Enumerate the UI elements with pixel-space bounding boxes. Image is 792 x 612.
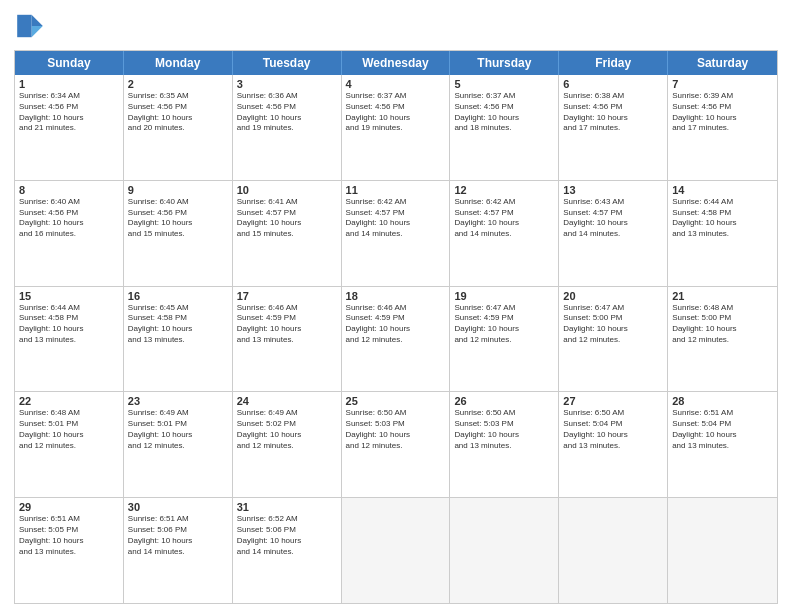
calendar-row-1: 8Sunrise: 6:40 AM Sunset: 4:56 PM Daylig… — [15, 180, 777, 286]
cell-content: Sunrise: 6:45 AM Sunset: 4:58 PM Dayligh… — [128, 303, 228, 346]
calendar-cell: 4Sunrise: 6:37 AM Sunset: 4:56 PM Daylig… — [342, 75, 451, 180]
calendar-cell: 11Sunrise: 6:42 AM Sunset: 4:57 PM Dayli… — [342, 181, 451, 286]
svg-rect-2 — [17, 15, 31, 37]
day-number: 14 — [672, 184, 773, 196]
calendar-cell: 28Sunrise: 6:51 AM Sunset: 5:04 PM Dayli… — [668, 392, 777, 497]
calendar-cell: 1Sunrise: 6:34 AM Sunset: 4:56 PM Daylig… — [15, 75, 124, 180]
cell-content: Sunrise: 6:42 AM Sunset: 4:57 PM Dayligh… — [346, 197, 446, 240]
header — [14, 10, 778, 42]
svg-marker-0 — [32, 15, 43, 26]
calendar: Sunday Monday Tuesday Wednesday Thursday… — [14, 50, 778, 604]
calendar-cell: 22Sunrise: 6:48 AM Sunset: 5:01 PM Dayli… — [15, 392, 124, 497]
day-number: 1 — [19, 78, 119, 90]
calendar-cell — [559, 498, 668, 603]
calendar-cell: 21Sunrise: 6:48 AM Sunset: 5:00 PM Dayli… — [668, 287, 777, 392]
day-number: 16 — [128, 290, 228, 302]
calendar-cell: 15Sunrise: 6:44 AM Sunset: 4:58 PM Dayli… — [15, 287, 124, 392]
calendar-cell: 26Sunrise: 6:50 AM Sunset: 5:03 PM Dayli… — [450, 392, 559, 497]
header-tuesday: Tuesday — [233, 51, 342, 75]
page: Sunday Monday Tuesday Wednesday Thursday… — [0, 0, 792, 612]
calendar-cell: 23Sunrise: 6:49 AM Sunset: 5:01 PM Dayli… — [124, 392, 233, 497]
calendar-cell: 27Sunrise: 6:50 AM Sunset: 5:04 PM Dayli… — [559, 392, 668, 497]
calendar-row-3: 22Sunrise: 6:48 AM Sunset: 5:01 PM Dayli… — [15, 391, 777, 497]
day-number: 22 — [19, 395, 119, 407]
day-number: 7 — [672, 78, 773, 90]
day-number: 26 — [454, 395, 554, 407]
cell-content: Sunrise: 6:43 AM Sunset: 4:57 PM Dayligh… — [563, 197, 663, 240]
day-number: 24 — [237, 395, 337, 407]
cell-content: Sunrise: 6:41 AM Sunset: 4:57 PM Dayligh… — [237, 197, 337, 240]
calendar-cell: 16Sunrise: 6:45 AM Sunset: 4:58 PM Dayli… — [124, 287, 233, 392]
day-number: 18 — [346, 290, 446, 302]
cell-content: Sunrise: 6:37 AM Sunset: 4:56 PM Dayligh… — [346, 91, 446, 134]
cell-content: Sunrise: 6:51 AM Sunset: 5:06 PM Dayligh… — [128, 514, 228, 557]
calendar-cell: 17Sunrise: 6:46 AM Sunset: 4:59 PM Dayli… — [233, 287, 342, 392]
day-number: 4 — [346, 78, 446, 90]
calendar-cell: 24Sunrise: 6:49 AM Sunset: 5:02 PM Dayli… — [233, 392, 342, 497]
day-number: 8 — [19, 184, 119, 196]
calendar-cell — [668, 498, 777, 603]
cell-content: Sunrise: 6:52 AM Sunset: 5:06 PM Dayligh… — [237, 514, 337, 557]
calendar-cell: 10Sunrise: 6:41 AM Sunset: 4:57 PM Dayli… — [233, 181, 342, 286]
day-number: 19 — [454, 290, 554, 302]
calendar-cell: 8Sunrise: 6:40 AM Sunset: 4:56 PM Daylig… — [15, 181, 124, 286]
cell-content: Sunrise: 6:48 AM Sunset: 5:00 PM Dayligh… — [672, 303, 773, 346]
day-number: 28 — [672, 395, 773, 407]
cell-content: Sunrise: 6:37 AM Sunset: 4:56 PM Dayligh… — [454, 91, 554, 134]
cell-content: Sunrise: 6:36 AM Sunset: 4:56 PM Dayligh… — [237, 91, 337, 134]
day-number: 30 — [128, 501, 228, 513]
logo — [14, 10, 50, 42]
cell-content: Sunrise: 6:49 AM Sunset: 5:01 PM Dayligh… — [128, 408, 228, 451]
calendar-cell: 25Sunrise: 6:50 AM Sunset: 5:03 PM Dayli… — [342, 392, 451, 497]
cell-content: Sunrise: 6:39 AM Sunset: 4:56 PM Dayligh… — [672, 91, 773, 134]
calendar-cell: 19Sunrise: 6:47 AM Sunset: 4:59 PM Dayli… — [450, 287, 559, 392]
cell-content: Sunrise: 6:35 AM Sunset: 4:56 PM Dayligh… — [128, 91, 228, 134]
calendar-header: Sunday Monday Tuesday Wednesday Thursday… — [15, 51, 777, 75]
header-saturday: Saturday — [668, 51, 777, 75]
calendar-body: 1Sunrise: 6:34 AM Sunset: 4:56 PM Daylig… — [15, 75, 777, 603]
cell-content: Sunrise: 6:38 AM Sunset: 4:56 PM Dayligh… — [563, 91, 663, 134]
cell-content: Sunrise: 6:46 AM Sunset: 4:59 PM Dayligh… — [237, 303, 337, 346]
calendar-cell: 20Sunrise: 6:47 AM Sunset: 5:00 PM Dayli… — [559, 287, 668, 392]
calendar-cell: 12Sunrise: 6:42 AM Sunset: 4:57 PM Dayli… — [450, 181, 559, 286]
day-number: 29 — [19, 501, 119, 513]
calendar-cell: 29Sunrise: 6:51 AM Sunset: 5:05 PM Dayli… — [15, 498, 124, 603]
calendar-cell — [342, 498, 451, 603]
calendar-cell: 5Sunrise: 6:37 AM Sunset: 4:56 PM Daylig… — [450, 75, 559, 180]
calendar-cell: 14Sunrise: 6:44 AM Sunset: 4:58 PM Dayli… — [668, 181, 777, 286]
cell-content: Sunrise: 6:50 AM Sunset: 5:03 PM Dayligh… — [454, 408, 554, 451]
cell-content: Sunrise: 6:47 AM Sunset: 5:00 PM Dayligh… — [563, 303, 663, 346]
logo-icon — [14, 10, 46, 42]
header-monday: Monday — [124, 51, 233, 75]
cell-content: Sunrise: 6:44 AM Sunset: 4:58 PM Dayligh… — [672, 197, 773, 240]
day-number: 3 — [237, 78, 337, 90]
header-thursday: Thursday — [450, 51, 559, 75]
header-wednesday: Wednesday — [342, 51, 451, 75]
calendar-cell: 18Sunrise: 6:46 AM Sunset: 4:59 PM Dayli… — [342, 287, 451, 392]
day-number: 2 — [128, 78, 228, 90]
day-number: 12 — [454, 184, 554, 196]
cell-content: Sunrise: 6:40 AM Sunset: 4:56 PM Dayligh… — [128, 197, 228, 240]
day-number: 21 — [672, 290, 773, 302]
cell-content: Sunrise: 6:40 AM Sunset: 4:56 PM Dayligh… — [19, 197, 119, 240]
day-number: 11 — [346, 184, 446, 196]
cell-content: Sunrise: 6:50 AM Sunset: 5:03 PM Dayligh… — [346, 408, 446, 451]
day-number: 15 — [19, 290, 119, 302]
cell-content: Sunrise: 6:50 AM Sunset: 5:04 PM Dayligh… — [563, 408, 663, 451]
calendar-cell: 30Sunrise: 6:51 AM Sunset: 5:06 PM Dayli… — [124, 498, 233, 603]
day-number: 10 — [237, 184, 337, 196]
day-number: 25 — [346, 395, 446, 407]
cell-content: Sunrise: 6:47 AM Sunset: 4:59 PM Dayligh… — [454, 303, 554, 346]
header-friday: Friday — [559, 51, 668, 75]
calendar-cell: 3Sunrise: 6:36 AM Sunset: 4:56 PM Daylig… — [233, 75, 342, 180]
calendar-row-0: 1Sunrise: 6:34 AM Sunset: 4:56 PM Daylig… — [15, 75, 777, 180]
calendar-cell — [450, 498, 559, 603]
day-number: 17 — [237, 290, 337, 302]
cell-content: Sunrise: 6:48 AM Sunset: 5:01 PM Dayligh… — [19, 408, 119, 451]
day-number: 31 — [237, 501, 337, 513]
day-number: 13 — [563, 184, 663, 196]
cell-content: Sunrise: 6:51 AM Sunset: 5:05 PM Dayligh… — [19, 514, 119, 557]
day-number: 5 — [454, 78, 554, 90]
calendar-cell: 13Sunrise: 6:43 AM Sunset: 4:57 PM Dayli… — [559, 181, 668, 286]
header-sunday: Sunday — [15, 51, 124, 75]
